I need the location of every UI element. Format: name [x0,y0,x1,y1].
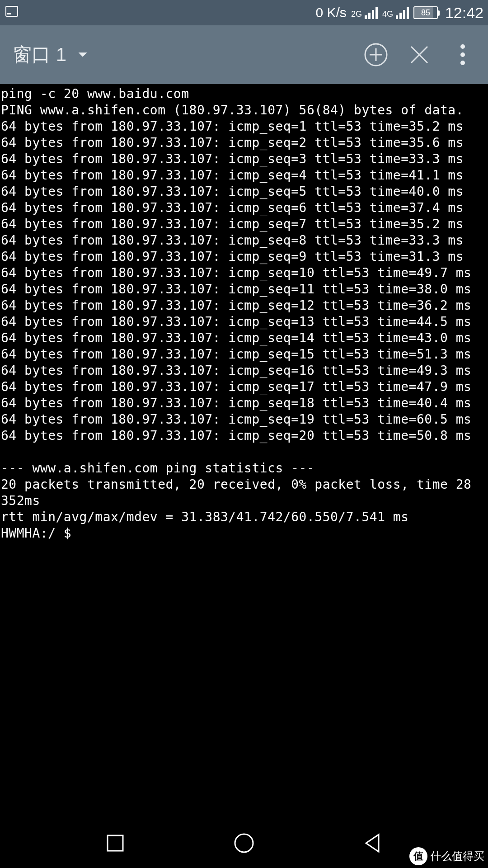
watermark-text: 什么值得买 [430,849,484,863]
clock: 12:42 [445,4,483,22]
network-speed: 0 K/s [316,5,347,20]
signal-2g-icon: 2G [351,6,378,19]
battery-icon: 85 [413,6,438,19]
terminal-indicator-icon [5,4,19,22]
chevron-down-icon [76,44,89,66]
recent-apps-button[interactable] [102,830,129,857]
tab-label: 窗口 1 [13,42,66,67]
overflow-menu-button[interactable] [450,42,475,67]
close-button[interactable] [407,42,432,67]
navigation-bar: 值 什么值得买 [0,818,488,868]
shell-prompt: HWMHA:/ $ [1,526,80,541]
status-bar: 0 K/s 2G 4G 85 12:42 [0,0,488,25]
watermark: 值 什么值得买 [409,847,484,865]
svg-rect-7 [108,835,123,851]
svg-rect-1 [7,13,11,14]
back-button[interactable] [359,830,386,857]
watermark-badge: 值 [409,847,427,865]
terminal-output[interactable]: ping -c 20 www.baidu.com PING www.a.shif… [0,84,488,818]
tab-selector[interactable]: 窗口 1 [13,42,89,67]
signal-4g-icon: 4G [382,6,409,19]
svg-point-8 [235,834,253,852]
svg-rect-0 [6,6,18,16]
home-button[interactable] [230,830,258,857]
new-tab-button[interactable] [363,42,389,67]
app-bar: 窗口 1 [0,25,488,84]
